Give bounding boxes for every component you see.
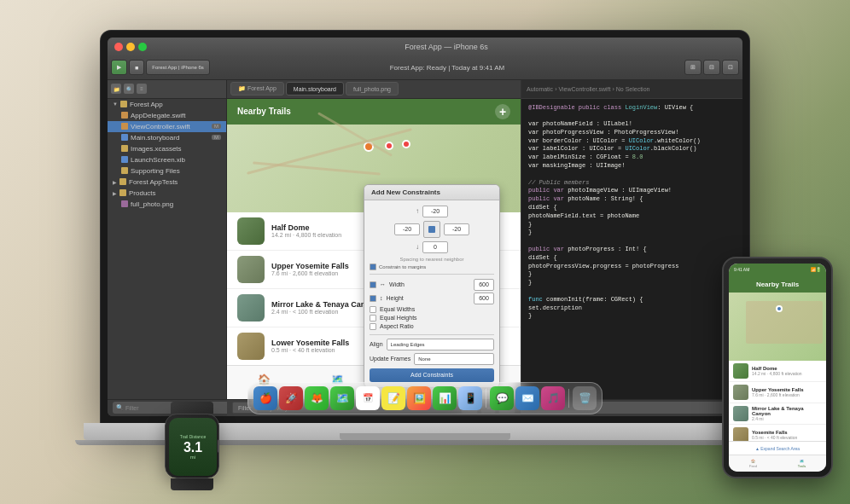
iphone-trail-halfdome[interactable]: Half Dome 14.2 mi · 4,800 ft elevation [729, 361, 826, 382]
dock-simulator[interactable]: 📱 [458, 386, 482, 410]
trails-icon: 🗺️ [800, 459, 804, 463]
sidebar-item-images[interactable]: Images.xcassets [108, 143, 226, 154]
xcode-titlebar: Forest App — iPhone 6s [108, 38, 742, 56]
popup-body: ↑ -20 -20 [364, 200, 499, 387]
dock-trash[interactable]: 🗑️ [573, 386, 597, 410]
trail-distance: 0.5 mi · < 40 ft elevation [752, 435, 797, 440]
search-icon[interactable]: 🔍 [124, 84, 134, 94]
watch-screen: Trail Distance 3.1 mi [169, 418, 217, 476]
sidebar-item-label: Forest App [130, 101, 163, 108]
add-button[interactable]: + [495, 104, 510, 119]
sidebar-item-launchscreen[interactable]: LaunchScreen.xib [108, 154, 226, 165]
update-frames-selector[interactable]: None [414, 353, 494, 365]
sidebar-item-products[interactable]: ▶ Products [108, 188, 226, 199]
minimize-button[interactable] [126, 43, 135, 51]
inspector-toggle[interactable]: ⊡ [722, 60, 739, 75]
dock-maps[interactable]: 🗺️ [330, 386, 354, 410]
trail-details: Upper Yosemite Falls 7.6 mi · 2,600 ft e… [752, 387, 803, 397]
sidebar-item-appdelegate[interactable]: AppDelegate.swift [108, 110, 226, 121]
sidebar-item-mainstoryboard[interactable]: Main.storyboard M [108, 132, 226, 143]
dock-mail[interactable]: ✉️ [515, 386, 539, 410]
watch-digital-crown[interactable] [218, 439, 219, 453]
trail-thumbnail [733, 406, 748, 421]
iphone-tab-trails[interactable]: 🗺️ Trails [777, 455, 826, 472]
align-selector[interactable]: Leading Edges [387, 339, 494, 350]
dock-itunes[interactable]: 🎵 [541, 386, 565, 410]
trail-thumbnail [733, 427, 748, 441]
dock-calendar[interactable]: 📅 [356, 386, 380, 410]
tab-main-storyboard[interactable]: Main.storyboard [286, 82, 344, 96]
dock-finder[interactable]: 🍎 [253, 386, 277, 410]
trail-distance: 2.4 mi [752, 416, 822, 421]
tab-forest-app[interactable]: 📁 Forest App [230, 82, 284, 96]
sidebar-item-forestapptests[interactable]: ▶ Forest AppTests [108, 177, 226, 188]
trail-details: Yosemite Falls 0.5 mi · < 40 ft elevatio… [752, 430, 797, 440]
apple-watch: Trail Distance 3.1 mi [158, 402, 226, 487]
width-checkbox[interactable] [370, 281, 376, 288]
iphone-tab-feed[interactable]: 🏠 Feed [729, 455, 777, 472]
top-value[interactable]: -20 [422, 206, 448, 217]
equal-heights-checkbox[interactable] [370, 315, 376, 322]
dock-photos[interactable]: 🖼️ [407, 386, 431, 410]
dock-messages[interactable]: 💬 [490, 386, 514, 410]
trail-thumb [237, 333, 265, 360]
code-line: // Public members [528, 179, 736, 188]
sidebar-item-label: Products [129, 189, 156, 197]
dock-notes[interactable]: 📝 [381, 386, 405, 410]
dock-launchpad[interactable]: 🚀 [279, 386, 303, 410]
tab-full-photo[interactable]: full_photo.png [346, 82, 399, 96]
aspect-ratio-checkbox[interactable] [370, 323, 376, 330]
feed-icon: 🏠 [751, 459, 755, 463]
iphone-map [729, 293, 826, 361]
sidebar-item-forest-app[interactable]: ▼ Forest App [108, 99, 226, 110]
constrain-margins-checkbox[interactable] [370, 264, 376, 270]
run-icon: ▶ [117, 64, 121, 71]
trail-distance: 0.5 mi · < 40 ft elevation [271, 347, 349, 353]
add-constraints-button[interactable]: Add Constraints [370, 368, 494, 382]
close-button[interactable] [114, 43, 123, 51]
dock-safari[interactable]: 🦊 [305, 386, 329, 410]
watch-band-bottom [171, 478, 213, 490]
left-value[interactable]: -20 [394, 223, 420, 235]
sidebar-item-fullphoto[interactable]: full_photo.png [108, 199, 226, 210]
map-pin-red2 [402, 140, 410, 148]
assets-folder-icon [121, 145, 128, 152]
sidebar-item-supporting[interactable]: Supporting Files [108, 165, 226, 177]
aspect-ratio-row: Aspect Ratio [370, 322, 494, 331]
height-checkbox[interactable] [370, 295, 376, 302]
trail-thumb [237, 217, 265, 245]
stop-button[interactable]: ■ [129, 60, 144, 75]
debug-toggle[interactable]: ⊟ [703, 60, 720, 75]
iphone-trail-mirrorlake[interactable]: Mirror Lake & Tenaya Canyon 2.4 mi [729, 403, 826, 425]
align-row: Align Leading Edges [370, 339, 494, 350]
code-line: } [528, 312, 736, 321]
iphone-screen: 9:41 AM 📶🔋 Nearby Trails Half Dome 14.2 … [729, 264, 826, 472]
filter-icon[interactable]: ≡ [137, 84, 147, 94]
trail-details: Half Dome 14.2 mi · 4,800 ft elevation [752, 366, 802, 376]
top-constraint-row: ↑ -20 [370, 206, 494, 217]
equal-widths-checkbox[interactable] [370, 306, 376, 313]
bottom-value[interactable]: 0 [422, 241, 448, 253]
run-button[interactable]: ▶ [111, 60, 127, 75]
iphone-trail-upper-yosemite[interactable]: Upper Yosemite Falls 7.6 mi · 2,600 ft e… [729, 382, 826, 403]
constrain-to-margins: Constrain to margins [370, 264, 494, 270]
trail-thumb [237, 294, 265, 322]
spacing-label: Spacing to nearest neighbor [370, 257, 494, 262]
sidebar-item-viewcontroller[interactable]: ViewController.swift M [108, 121, 226, 132]
dock-separator-2 [568, 389, 569, 408]
dock-numbers[interactable]: 📊 [433, 386, 457, 410]
code-line: photoNameField.text = photoName [528, 212, 736, 221]
folder-icon [119, 189, 126, 196]
breadcrumb-text: Automatic [527, 86, 553, 92]
width-input[interactable]: 600 [474, 279, 494, 291]
macbook-screen: Forest App — iPhone 6s ▶ ■ Forest App | … [108, 38, 742, 416]
navigator-toggle[interactable]: ⊞ [684, 60, 702, 75]
scheme-selector[interactable]: Forest App | iPhone 6s [146, 60, 210, 75]
watch-body: Trail Distance 3.1 mi [165, 414, 219, 478]
maximize-button[interactable] [138, 43, 147, 51]
height-input[interactable]: 600 [474, 293, 494, 304]
stop-icon: ■ [135, 65, 138, 71]
right-value[interactable]: -20 [444, 223, 469, 235]
expand-search-btn[interactable]: ▲ Expand Search Area [729, 441, 826, 455]
iphone-trail-yosemite-falls[interactable]: Yosemite Falls 0.5 mi · < 40 ft elevatio… [729, 425, 826, 441]
